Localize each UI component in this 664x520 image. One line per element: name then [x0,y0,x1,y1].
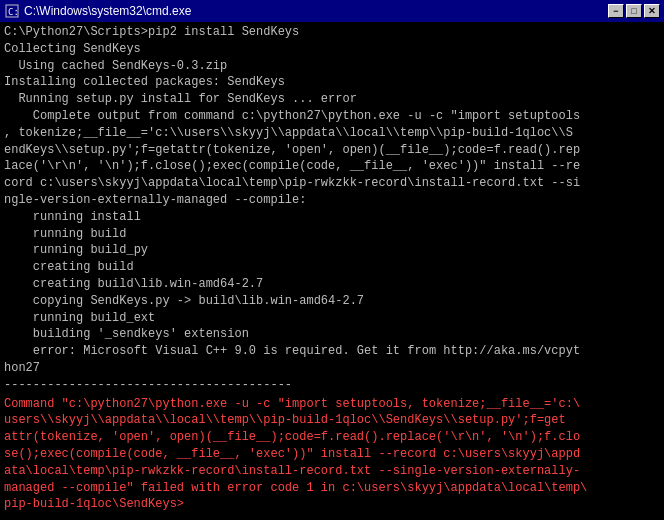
terminal-line: Using cached SendKeys-0.3.zip [4,58,660,75]
terminal-line: copying SendKeys.py -> build\lib.win-amd… [4,293,660,310]
terminal-line: endKeys\\setup.py';f=getattr(tokenize, '… [4,142,660,159]
terminal-output: C:\Python27\Scripts>pip2 install SendKey… [0,22,664,520]
terminal-line: creating build\lib.win-amd64-2.7 [4,276,660,293]
terminal-line: C:\Python27\Scripts>pip2 install SendKey… [4,24,660,41]
terminal-line: Installing collected packages: SendKeys [4,74,660,91]
terminal-line: running build_ext [4,310,660,327]
terminal-line: cord c:\users\skyyj\appdata\local\temp\p… [4,175,660,192]
terminal-line: running build_py [4,242,660,259]
terminal-line: ---------------------------------------- [4,377,660,394]
terminal-lines: C:\Python27\Scripts>pip2 install SendKey… [4,24,660,394]
error-output: Command "c:\python27\python.exe -u -c "i… [4,396,660,514]
terminal-line: creating build [4,259,660,276]
terminal-line: Collecting SendKeys [4,41,660,58]
terminal-line: Complete output from command c:\python27… [4,108,660,125]
terminal-line: running build [4,226,660,243]
terminal-line: error: Microsoft Visual C++ 9.0 is requi… [4,343,660,360]
terminal-line: running install [4,209,660,226]
maximize-button[interactable]: □ [626,4,642,18]
app-icon: C: [4,3,20,19]
close-button[interactable]: ✕ [644,4,660,18]
terminal-line: , tokenize;__file__='c:\\users\\skyyj\\a… [4,125,660,142]
terminal-line: lace('\r\n', '\n');f.close();exec(compil… [4,158,660,175]
terminal-line: hon27 [4,360,660,377]
minimize-button[interactable]: − [608,4,624,18]
svg-text:C:: C: [8,7,19,17]
title-bar: C: C:\Windows\system32\cmd.exe − □ ✕ [0,0,664,22]
terminal-line: ngle-version-externally-managed --compil… [4,192,660,209]
terminal-line: Running setup.py install for SendKeys ..… [4,91,660,108]
window-title: C:\Windows\system32\cmd.exe [24,4,608,18]
terminal-line: building '_sendkeys' extension [4,326,660,343]
window-controls: − □ ✕ [608,4,660,18]
